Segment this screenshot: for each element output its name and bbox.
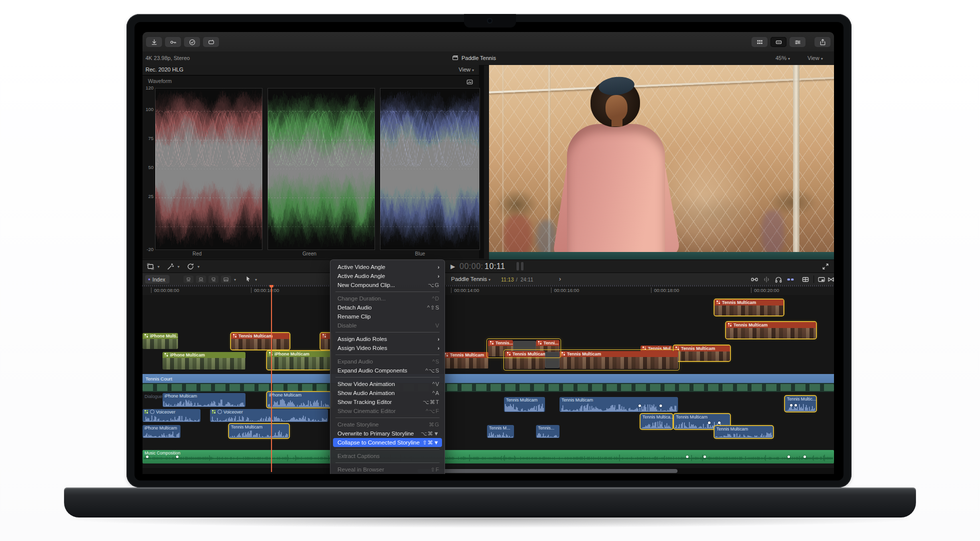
timeline-clip[interactable]: iPhone Multi... (142, 333, 178, 349)
timeline-clip[interactable]: Tennis Multicam (726, 322, 816, 338)
scope-channel-label: Blue (415, 251, 425, 256)
keyframe-dot[interactable] (794, 404, 797, 406)
timeline-clip[interactable]: iPhone Multicam (162, 393, 246, 407)
next-marker-chevron[interactable]: › (559, 276, 561, 282)
play-button[interactable]: ▶ (450, 263, 455, 270)
share-button[interactable] (814, 37, 830, 47)
timeline-clip[interactable]: iPhone Multicam (267, 392, 331, 408)
keyframe-dot[interactable] (788, 456, 790, 458)
music-composition-clip[interactable]: Music Composition (142, 450, 834, 464)
show-timeline-button[interactable] (770, 37, 786, 47)
audio-skimming-icon[interactable] (762, 276, 770, 286)
menu-item[interactable]: Overwrite to Primary Storyline⌥⌘▼ (330, 429, 444, 438)
primary-storyline-clip[interactable]: Tennis Court (142, 374, 834, 383)
audio-meter[interactable] (521, 262, 524, 270)
timeline-option-icon[interactable] (184, 276, 194, 283)
timeline-clip[interactable]: Tennis Multicam (231, 333, 290, 350)
menu-item[interactable]: Show Video Animation^V (330, 380, 444, 388)
timeline-clip[interactable]: Tennis Multic... (785, 396, 816, 412)
clip-label: Tennis Multicam (562, 398, 593, 402)
menu-item[interactable]: Show Audio Animation^A (330, 388, 444, 398)
viewer-view-dropdown[interactable]: View▾ (808, 55, 823, 61)
menu-shortcut: ^⌥F (426, 408, 440, 414)
timeline-option-icon[interactable] (221, 276, 231, 283)
viewer-zoom-dropdown[interactable]: 45%▾ (776, 55, 790, 61)
multicam-display-icon[interactable] (802, 276, 810, 286)
timeline-clip[interactable]: Voiceover (142, 409, 200, 422)
timeline-clip[interactable]: Tennis Multicam (229, 424, 289, 438)
audio-meter[interactable] (516, 262, 519, 270)
timeline-clip[interactable] (320, 333, 331, 350)
selection-outline[interactable] (504, 350, 680, 370)
timeline-clip[interactable]: Tennis M... (487, 425, 514, 438)
timeline-clip[interactable]: Tennis Multicam (714, 426, 773, 438)
keyframe-dot[interactable] (660, 404, 662, 407)
clip-badge-button[interactable] (203, 37, 219, 47)
enhance-wand-button[interactable] (166, 262, 174, 272)
menu-item[interactable]: Active Audio Angle› (330, 272, 444, 280)
import-button[interactable] (146, 37, 162, 47)
keyframe-dot[interactable] (804, 456, 806, 458)
timeline-clip[interactable]: Tennis Multicam (714, 300, 784, 316)
snapping-icon[interactable] (786, 276, 794, 286)
chevron-down-icon[interactable]: ▾ (234, 278, 236, 282)
timeline-option-icon[interactable] (196, 276, 206, 283)
picture-in-picture-icon[interactable] (818, 276, 826, 286)
keyframe-dot[interactable] (686, 456, 688, 458)
menu-item[interactable]: New Compound Clip...⌥G (330, 280, 444, 290)
menu-item[interactable]: Collapse to Connected Storyline⇧⌘▼ (333, 438, 442, 447)
select-tool-button[interactable] (244, 276, 252, 284)
timeline-clip[interactable]: iPhone Multicam (267, 351, 330, 370)
crop-tool-button[interactable] (146, 262, 154, 272)
keyframe-dot[interactable] (718, 422, 720, 424)
playhead[interactable] (271, 285, 272, 472)
menu-item[interactable]: Rename Clip (330, 312, 444, 321)
chevron-down-icon[interactable]: ▾ (158, 264, 160, 269)
keyframe-dot[interactable] (790, 404, 792, 406)
horizontal-scrollbar[interactable] (142, 468, 834, 474)
timeline-clip[interactable]: Tennis Multicam (504, 397, 545, 412)
timeline-option-icon[interactable] (208, 276, 218, 283)
timeline-clip[interactable]: iPhone Multicam (142, 425, 180, 438)
menu-item[interactable]: Expand Audio Components^⌥S (330, 366, 444, 375)
chevron-down-icon[interactable]: ▾ (255, 278, 257, 282)
timeline-clip[interactable]: iPhone Multicam (162, 352, 246, 370)
timeline-clip[interactable]: Voiceover (210, 409, 328, 422)
keyframe-dot[interactable] (704, 456, 706, 458)
timeline-ruler[interactable]: 00:00:08:0000:00:10:0000:00:12:0000:00:1… (142, 285, 834, 296)
solo-headphones-icon[interactable] (774, 276, 782, 286)
timeline-clip[interactable]: Tennis Multicam (560, 397, 678, 412)
timeline-clip[interactable]: Tennis Multica... (640, 414, 672, 429)
keyframe-dot[interactable] (176, 456, 178, 458)
transition-icon[interactable] (827, 276, 834, 286)
chevron-down-icon[interactable]: ▾ (178, 264, 180, 269)
show-browser-button[interactable] (752, 37, 768, 47)
timeline-project-dropdown[interactable]: Paddle Tennis▾ (451, 276, 490, 282)
keyframe-dot[interactable] (638, 404, 641, 407)
chevron-down-icon[interactable]: ▾ (198, 264, 200, 269)
index-button[interactable]: ●Index (145, 275, 170, 284)
retime-button[interactable] (186, 262, 194, 272)
menu-item[interactable]: Active Video Angle› (330, 262, 444, 272)
show-inspector-button[interactable] (790, 37, 806, 47)
expand-viewer-icon[interactable] (822, 262, 830, 272)
scope-view-dropdown[interactable]: View▾ (458, 66, 474, 72)
scope-settings-icon[interactable] (466, 78, 473, 87)
index-dot-icon: ● (148, 277, 150, 282)
viewer-video-preview[interactable] (489, 65, 834, 260)
clip-label: Tennis Multicam (231, 424, 262, 430)
menu-item[interactable]: Assign Audio Roles› (330, 334, 444, 344)
keywords-button[interactable] (165, 37, 181, 47)
trim-icon[interactable] (750, 276, 758, 286)
menu-item[interactable]: Detach Audio^⇧S (330, 303, 444, 312)
scrollbar-handle[interactable] (418, 469, 678, 473)
keyframe-dot[interactable] (708, 422, 710, 424)
background-tasks-button[interactable] (184, 37, 200, 47)
menu-item[interactable]: Assign Video Roles› (330, 344, 444, 352)
timeline-clip[interactable]: Tennis Multicam (674, 346, 730, 361)
menu-item[interactable]: Show Tracking Editor⌥⌘T (330, 398, 444, 406)
keyframe-dot[interactable] (146, 456, 148, 458)
timeline-clip[interactable]: Tennis Multicam (442, 352, 488, 368)
timeline-clip[interactable]: Tennis... (536, 425, 560, 438)
scope-axis-label: 25 (142, 194, 154, 199)
